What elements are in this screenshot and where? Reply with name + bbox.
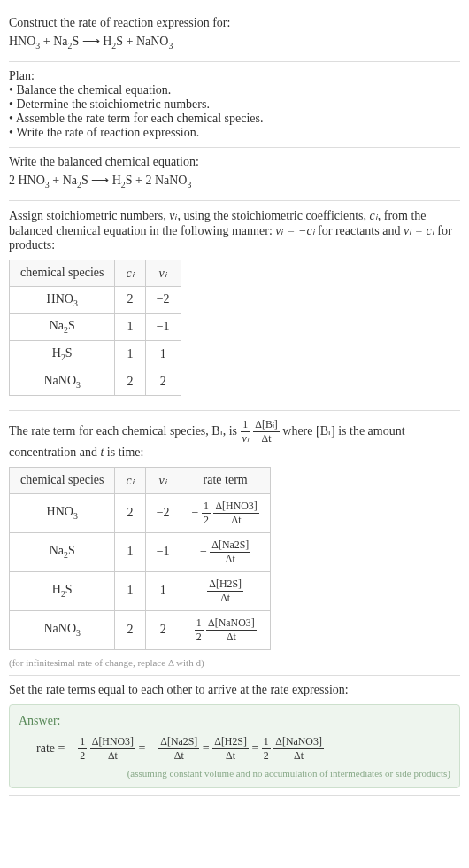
stoich-section: Assign stoichiometric numbers, νᵢ, using…	[9, 201, 460, 411]
table-row: H2S 1 1 Δ[H2S]Δt	[10, 571, 271, 610]
cell-species: HNO3	[10, 286, 115, 314]
cell-nu: 2	[145, 368, 181, 395]
cell-nu: 2	[145, 610, 181, 649]
cell-species: Na2S	[10, 532, 115, 571]
balanced-equation: 2 HNO3 + Na2S ⟶ H2S + 2 NaNO3	[9, 173, 460, 190]
cell-rate: 12 Δ[NaNO3]Δt	[181, 610, 270, 649]
balanced-title: Write the balanced chemical equation:	[9, 155, 460, 169]
cell-nu: 1	[145, 571, 181, 610]
cell-c: 2	[115, 493, 145, 532]
col-species: chemical species	[10, 467, 115, 493]
intro-title: Construct the rate of reaction expressio…	[9, 16, 460, 30]
cell-species: NaNO3	[10, 368, 115, 395]
plan-title: Plan:	[9, 69, 460, 83]
col-nu: νᵢ	[145, 260, 181, 286]
table-row: HNO3 2 −2	[10, 286, 181, 314]
plan-item: Determine the stoichiometric numbers.	[9, 97, 460, 112]
cell-rate: Δ[H2S]Δt	[181, 571, 270, 610]
table-header-row: chemical species cᵢ νᵢ	[10, 260, 181, 286]
answer-box: Answer: rate = − 12 Δ[HNO3]Δt = − Δ[Na2S…	[9, 704, 460, 788]
cell-nu: −2	[145, 493, 181, 532]
stoich-table: chemical species cᵢ νᵢ HNO3 2 −2 Na2S 1 …	[9, 260, 181, 396]
table-row: Na2S 1 −1	[10, 314, 181, 341]
final-title: Set the rate terms equal to each other t…	[9, 683, 460, 697]
cell-species: HNO3	[10, 493, 115, 532]
col-nu: νᵢ	[145, 467, 181, 493]
cell-species: H2S	[10, 341, 115, 368]
answer-label: Answer:	[19, 714, 450, 728]
col-rate: rate term	[181, 467, 270, 493]
cell-nu: 1	[145, 341, 181, 368]
cell-species: Na2S	[10, 314, 115, 341]
table-row: NaNO3 2 2	[10, 368, 181, 395]
intro-equation: HNO3 + Na2S ⟶ H2S + NaNO3	[9, 34, 460, 50]
col-c: cᵢ	[115, 260, 145, 286]
plan-item: Balance the chemical equation.	[9, 83, 460, 97]
table-row: HNO3 2 −2 − 12 Δ[HNO3]Δt	[10, 493, 271, 532]
plan-section: Plan: Balance the chemical equation. Det…	[9, 62, 460, 148]
intro-section: Construct the rate of reaction expressio…	[9, 9, 460, 62]
frac: Δ[Bᵢ]Δt	[253, 418, 280, 446]
cell-c: 1	[115, 532, 145, 571]
cell-c: 2	[115, 610, 145, 649]
answer-note: (assuming constant volume and no accumul…	[19, 768, 450, 779]
col-c: cᵢ	[115, 467, 145, 493]
col-species: chemical species	[10, 260, 115, 286]
rateterm-intro: The rate term for each chemical species,…	[9, 418, 460, 460]
cell-c: 1	[115, 341, 145, 368]
rateterm-section: The rate term for each chemical species,…	[9, 411, 460, 676]
cell-nu: −1	[145, 314, 181, 341]
table-header-row: chemical species cᵢ νᵢ rate term	[10, 467, 271, 493]
cell-c: 2	[115, 368, 145, 395]
rateterm-note: (for infinitesimal rate of change, repla…	[9, 657, 460, 668]
cell-c: 1	[115, 571, 145, 610]
stoich-intro: Assign stoichiometric numbers, νᵢ, using…	[9, 208, 460, 252]
cell-rate: − Δ[Na2S]Δt	[181, 532, 270, 571]
table-row: Na2S 1 −1 − Δ[Na2S]Δt	[10, 532, 271, 571]
cell-c: 1	[115, 314, 145, 341]
plan-item: Assemble the rate term for each chemical…	[9, 112, 460, 126]
cell-nu: −2	[145, 286, 181, 314]
cell-c: 2	[115, 286, 145, 314]
frac: 1νᵢ	[241, 418, 250, 446]
table-row: NaNO3 2 2 12 Δ[NaNO3]Δt	[10, 610, 271, 649]
plan-item: Write the rate of reaction expression.	[9, 126, 460, 140]
answer-expression: rate = − 12 Δ[HNO3]Δt = − Δ[Na2S]Δt = Δ[…	[19, 735, 450, 763]
rateterm-table: chemical species cᵢ νᵢ rate term HNO3 2 …	[9, 467, 271, 650]
cell-rate: − 12 Δ[HNO3]Δt	[181, 493, 270, 532]
plan-list: Balance the chemical equation. Determine…	[9, 83, 460, 140]
cell-nu: −1	[145, 532, 181, 571]
table-row: H2S 1 1	[10, 341, 181, 368]
cell-species: NaNO3	[10, 610, 115, 649]
cell-species: H2S	[10, 571, 115, 610]
balanced-section: Write the balanced chemical equation: 2 …	[9, 148, 460, 201]
final-section: Set the rate terms equal to each other t…	[9, 676, 460, 796]
